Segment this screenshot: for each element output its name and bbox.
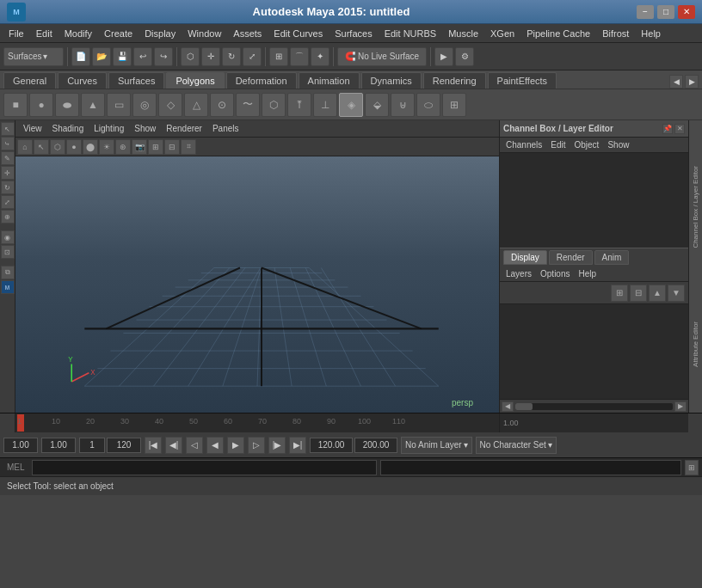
vp-menu-view[interactable]: View (19, 123, 46, 134)
menu-file[interactable]: File (3, 27, 29, 40)
shelf-icon-extrude[interactable]: ⤒ (287, 93, 311, 117)
open-scene-btn[interactable]: 📂 (92, 47, 111, 66)
vp-tool-select[interactable]: ↖ (34, 139, 49, 155)
le-new-layer[interactable]: ⊞ (611, 285, 628, 302)
mode-dropdown[interactable]: Surfaces ▾ (3, 47, 64, 66)
shelf-tab-animation[interactable]: Animation (299, 72, 360, 89)
vp-menu-renderer[interactable]: Renderer (162, 123, 206, 134)
scale-tool-left[interactable]: ⤢ (1, 195, 15, 209)
vp-tool-wire[interactable]: ⬡ (50, 139, 65, 155)
lasso-tool[interactable]: ⤷ (1, 137, 15, 150)
shelf-icon-cube[interactable]: ■ (3, 93, 28, 117)
scroll-track[interactable] (515, 403, 673, 410)
shelf-icon-plane[interactable]: ▭ (107, 93, 131, 117)
shelf-icon-bridge[interactable]: ⊥ (313, 93, 337, 117)
select-tool[interactable]: ↖ (1, 122, 15, 136)
le-tab-display[interactable]: Display (503, 250, 547, 265)
char-set-dropdown[interactable]: No Character Set ▾ (476, 437, 557, 454)
render-btn[interactable]: ▶ (434, 47, 453, 66)
le-tab-render[interactable]: Render (549, 250, 593, 265)
paint-tool[interactable]: ✎ (1, 151, 15, 165)
snap-grid-btn[interactable]: ⊞ (269, 47, 288, 66)
menu-edit-curves[interactable]: Edit Curves (268, 27, 328, 40)
menu-surfaces[interactable]: Surfaces (329, 27, 377, 40)
vert-label-channel-box[interactable]: Channel Box / Layer Editor (692, 166, 699, 248)
scale-btn[interactable]: ⤢ (243, 47, 262, 66)
shelf-tab-dynamics[interactable]: Dynamics (361, 72, 422, 89)
vp-tool-grid[interactable]: ⊞ (148, 139, 163, 155)
channel-box-close[interactable]: ✕ (674, 124, 685, 134)
start-frame-field[interactable] (3, 438, 38, 453)
shelf-icon-merge[interactable]: ⊎ (391, 93, 415, 117)
le-tab-anim[interactable]: Anim (594, 250, 630, 265)
shelf-nav-right[interactable]: ▶ (685, 75, 699, 89)
select-btn[interactable]: ⬡ (181, 47, 200, 66)
layer-btn[interactable]: ⧉ (1, 266, 15, 279)
shelf-tab-general[interactable]: General (3, 72, 56, 89)
minimize-button[interactable]: − (637, 5, 654, 19)
menu-edit-nurbs[interactable]: Edit NURBS (379, 27, 442, 40)
step-fwd-btn[interactable]: |▶ (268, 437, 286, 454)
shelf-icon-cylinder[interactable]: ⬬ (55, 93, 79, 117)
show-manip[interactable]: ⊡ (1, 245, 15, 259)
vp-menu-panels[interactable]: Panels (208, 123, 243, 134)
menu-xgen[interactable]: XGen (485, 27, 520, 40)
vp-tool-textured[interactable]: ⬤ (83, 139, 98, 155)
le-menu-layers[interactable]: Layers (503, 268, 534, 279)
menu-help[interactable]: Help (636, 27, 666, 40)
menu-bifrost[interactable]: Bifrost (597, 27, 634, 40)
le-delete-layer[interactable]: ⊟ (630, 285, 647, 302)
le-move-down[interactable]: ▼ (668, 285, 685, 302)
current-frame-field[interactable] (41, 438, 76, 453)
shelf-icon-prism[interactable]: ◇ (158, 93, 182, 117)
rotate-tool-left[interactable]: ↻ (1, 181, 15, 194)
vert-label-attribute-editor[interactable]: Attribute Editor (692, 322, 699, 367)
undo-btn[interactable]: ↩ (133, 47, 152, 66)
render-settings-btn[interactable]: ⚙ (455, 47, 474, 66)
snap-curve-btn[interactable]: ⌒ (290, 47, 309, 66)
move-btn[interactable]: ✛ (201, 47, 220, 66)
end-frame-field[interactable] (310, 438, 353, 453)
rotate-btn[interactable]: ↻ (222, 47, 241, 66)
manip-tool[interactable]: ⊕ (1, 210, 15, 224)
shelf-icon-pipe[interactable]: ⊙ (210, 93, 234, 117)
menu-pipeline-cache[interactable]: Pipeline Cache (521, 27, 595, 40)
le-menu-help[interactable]: Help (576, 268, 599, 279)
vp-tool-hud[interactable]: ⊟ (164, 139, 180, 155)
le-menu-options[interactable]: Options (538, 268, 572, 279)
timeline-ruler[interactable]: 1 10 20 30 40 50 60 70 80 90 100 110 (15, 413, 499, 432)
no-live-surface-btn[interactable]: 🧲 No Live Surface (337, 47, 427, 66)
cb-menu-show[interactable]: Show (605, 139, 631, 150)
frame-end-range[interactable] (107, 438, 141, 453)
script-editor-btn[interactable]: ⊞ (685, 460, 699, 475)
scroll-right[interactable]: ▶ (674, 401, 687, 412)
redo-btn[interactable]: ↪ (154, 47, 173, 66)
prev-key-btn[interactable]: ◁ (186, 437, 203, 454)
next-key-btn[interactable]: ▷ (248, 437, 265, 454)
go-to-start-btn[interactable]: |◀ (145, 437, 162, 454)
anim-layer-dropdown[interactable]: No Anim Layer ▾ (401, 437, 472, 454)
shelf-icon-cone[interactable]: ▲ (81, 93, 105, 117)
snap-point-btn[interactable]: ✦ (311, 47, 329, 66)
menu-window[interactable]: Window (182, 27, 226, 40)
shelf-icon-sphere[interactable]: ● (29, 93, 53, 117)
shelf-tab-rendering[interactable]: Rendering (423, 72, 486, 89)
vp-tool-cam[interactable]: 📷 (132, 139, 147, 155)
play-back-btn[interactable]: ◀ (206, 437, 224, 454)
command-input[interactable] (32, 460, 377, 475)
menu-create[interactable]: Create (99, 27, 138, 40)
move-tool-left[interactable]: ✛ (1, 166, 15, 180)
shelf-icon-helix[interactable]: 〜 (236, 93, 260, 117)
vp-menu-lighting[interactable]: Lighting (89, 123, 128, 134)
vp-tool-home[interactable]: ⌂ (17, 139, 33, 155)
shelf-icon-smooth[interactable]: ⬭ (416, 93, 440, 117)
scroll-thumb[interactable] (515, 403, 533, 410)
shelf-tab-deformation[interactable]: Deformation (226, 72, 297, 89)
vp-tool-light[interactable]: ☀ (99, 139, 114, 155)
cb-menu-edit[interactable]: Edit (548, 139, 568, 150)
vp-tool-shaded[interactable]: ● (66, 139, 82, 155)
scroll-left[interactable]: ◀ (502, 401, 514, 412)
end-frame-field-2[interactable] (354, 438, 397, 453)
vp-menu-shading[interactable]: Shading (48, 123, 89, 134)
channel-box-pin[interactable]: 📌 (662, 124, 673, 134)
